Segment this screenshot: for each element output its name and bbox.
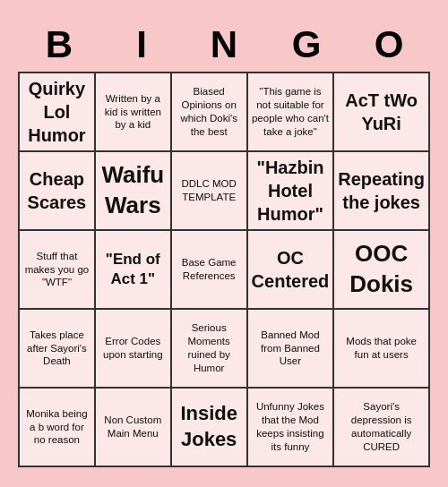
letter-g: G — [265, 20, 348, 70]
bingo-cell-6[interactable]: Waifu Wars — [96, 152, 172, 231]
bingo-cell-3[interactable]: "This game is not suitable for people wh… — [248, 73, 335, 152]
bingo-cell-7[interactable]: DDLC MOD TEMPLATE — [172, 152, 248, 231]
bingo-cell-20[interactable]: Monika being a b word for no reason — [20, 389, 96, 467]
bingo-cell-11[interactable]: "End of Act 1" — [96, 231, 172, 310]
bingo-cell-5[interactable]: Cheap Scares — [20, 152, 96, 231]
bingo-cell-9[interactable]: Repeating the jokes — [334, 152, 430, 231]
bingo-card: B I N G O Quirky Lol HumorWritten by a k… — [9, 11, 439, 476]
bingo-cell-13[interactable]: OC Centered — [248, 231, 335, 310]
bingo-cell-23[interactable]: Unfunny Jokes that the Mod keeps insisti… — [248, 389, 335, 467]
bingo-cell-17[interactable]: Serious Moments ruined by Humor — [172, 310, 248, 389]
bingo-cell-22[interactable]: Inside Jokes — [172, 389, 248, 467]
bingo-cell-12[interactable]: Base Game References — [172, 231, 248, 310]
bingo-cell-8[interactable]: "Hazbin Hotel Humor" — [248, 152, 335, 231]
letter-b: B — [18, 20, 100, 70]
bingo-cell-2[interactable]: Biased Opinions on which Doki's the best — [172, 73, 248, 152]
bingo-cell-16[interactable]: Error Codes upon starting — [96, 310, 172, 389]
bingo-cell-14[interactable]: OOC Dokis — [334, 231, 430, 310]
letter-n: N — [183, 20, 265, 70]
bingo-cell-24[interactable]: Sayori's depression is automatically CUR… — [334, 389, 430, 467]
bingo-cell-15[interactable]: Takes place after Sayori's Death — [20, 310, 96, 389]
bingo-cell-18[interactable]: Banned Mod from Banned User — [248, 310, 335, 389]
bingo-cell-19[interactable]: Mods that poke fun at users — [334, 310, 430, 389]
bingo-grid: Quirky Lol HumorWritten by a kid is writ… — [18, 72, 430, 467]
bingo-header: B I N G O — [18, 20, 430, 70]
bingo-cell-0[interactable]: Quirky Lol Humor — [20, 73, 96, 152]
bingo-cell-21[interactable]: Non Custom Main Menu — [96, 389, 172, 467]
letter-i: I — [100, 20, 183, 70]
letter-o: O — [348, 20, 430, 70]
bingo-cell-4[interactable]: AcT tWo YuRi — [334, 73, 430, 152]
bingo-cell-10[interactable]: Stuff that makes you go "WTF" — [20, 231, 96, 310]
bingo-cell-1[interactable]: Written by a kid is written by a kid — [96, 73, 172, 152]
